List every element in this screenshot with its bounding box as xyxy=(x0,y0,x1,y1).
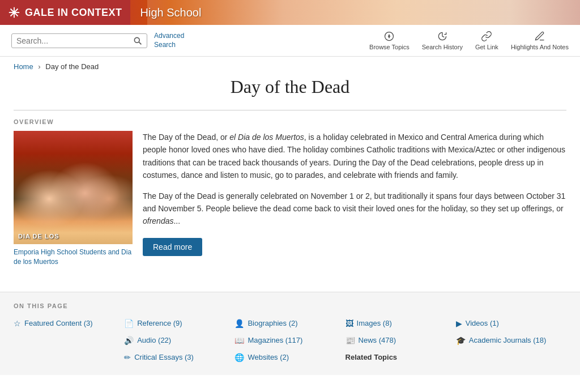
breadcrumb-current: Day of the Dead xyxy=(45,62,99,71)
audio-label: Audio (22) xyxy=(137,336,171,344)
overview-section: OVERVIEW Emporia High School Students an… xyxy=(14,110,566,267)
browse-topics-label: Browse Topics xyxy=(369,44,410,50)
grad-icon: 🎓 xyxy=(456,336,466,345)
pencil-icon xyxy=(534,31,545,42)
featured-content-item[interactable]: ☆ Featured Content (3) xyxy=(14,317,124,330)
header-banner: GALE IN CONTEXT High School xyxy=(0,0,580,25)
search-history-label: Search History xyxy=(422,44,463,50)
browse-topics-button[interactable]: Browse Topics xyxy=(369,31,410,50)
breadcrumb-home[interactable]: Home xyxy=(14,62,33,71)
related-topics-item[interactable]: Related Topics xyxy=(346,351,456,364)
play-icon: ▶ xyxy=(456,319,462,328)
overview-label: OVERVIEW xyxy=(14,118,566,125)
reference-label: Reference (9) xyxy=(137,319,182,327)
compass-icon xyxy=(383,31,395,42)
person-icon: 👤 xyxy=(234,319,244,328)
biographies-label: Biographies (2) xyxy=(248,319,297,327)
images-item[interactable]: 🖼 Images (8) xyxy=(346,317,456,330)
academic-journals-label: Academic Journals (18) xyxy=(469,336,547,344)
overview-body: Emporia High School Students and Dia de … xyxy=(14,131,566,267)
images-label: Images (8) xyxy=(357,319,392,327)
get-link-button[interactable]: Get Link xyxy=(475,31,498,50)
page-title: Day of the Dead xyxy=(14,76,566,97)
critical-essays-item[interactable]: ✏ Critical Essays (3) xyxy=(124,351,234,364)
doc-icon: 📄 xyxy=(124,319,134,328)
audio-icon: 🔊 xyxy=(124,336,134,345)
overview-paragraph-1: The Day of the Dead, or el Dia de los Mu… xyxy=(143,131,566,182)
breadcrumb-separator: › xyxy=(38,62,40,71)
advanced-search-link[interactable]: AdvancedSearch xyxy=(154,32,184,49)
featured-content-label: Featured Content (3) xyxy=(24,319,93,327)
overview-image[interactable] xyxy=(14,131,133,244)
audio-item[interactable]: 🔊 Audio (22) xyxy=(124,334,234,347)
news-label: News (478) xyxy=(359,336,396,344)
svg-line-6 xyxy=(139,42,141,44)
search-input[interactable] xyxy=(16,36,133,45)
videos-label: Videos (1) xyxy=(466,319,499,327)
search-icon xyxy=(133,36,142,45)
search-bar-row: AdvancedSearch Browse Topics Search Hist… xyxy=(0,25,580,57)
star-icon: ☆ xyxy=(14,319,21,328)
globe-icon: 🌐 xyxy=(234,353,244,362)
biographies-item[interactable]: 👤 Biographies (2) xyxy=(234,317,345,330)
news-item[interactable]: 📰 News (478) xyxy=(346,334,456,347)
breadcrumb: Home › Day of the Dead xyxy=(0,57,580,76)
related-topics-label: Related Topics xyxy=(346,353,398,361)
overview-text-col: The Day of the Dead, or el Dia de los Mu… xyxy=(143,131,566,267)
videos-item[interactable]: ▶ Videos (1) xyxy=(456,317,566,330)
link-icon xyxy=(481,31,492,42)
on-this-page-grid: ☆ Featured Content (3) 📄 Reference (9) 👤… xyxy=(14,317,566,364)
magazines-item[interactable]: 📖 Magazines (117) xyxy=(234,334,345,347)
logo-text: GALE IN CONTEXT xyxy=(25,7,122,19)
highlights-notes-label: Highlights And Notes xyxy=(511,44,569,50)
header-actions: Browse Topics Search History Get Link xyxy=(369,31,569,50)
pencil2-icon: ✏ xyxy=(124,353,131,362)
overview-paragraph-2: The Day of the Dead is generally celebra… xyxy=(143,190,566,228)
critical-essays-label: Critical Essays (3) xyxy=(134,353,194,361)
on-this-page-label: ON THIS PAGE xyxy=(14,302,566,309)
svg-point-9 xyxy=(389,36,390,37)
websites-item[interactable]: 🌐 Websites (2) xyxy=(234,351,345,364)
news-icon: 📰 xyxy=(346,336,355,345)
on-this-page-section: ON THIS PAGE ☆ Featured Content (3) 📄 Re… xyxy=(0,292,580,375)
history-icon xyxy=(437,31,448,42)
svg-point-5 xyxy=(134,37,139,42)
magazines-label: Magazines (117) xyxy=(248,336,302,344)
image-icon: 🖼 xyxy=(346,319,353,328)
header-title: High School xyxy=(140,6,202,19)
websites-label: Websites (2) xyxy=(248,353,289,361)
overview-image-col: Emporia High School Students and Dia de … xyxy=(14,131,133,267)
search-input-wrap[interactable] xyxy=(11,33,147,48)
ofrendas-italic: ofrendas xyxy=(143,216,173,225)
search-left: AdvancedSearch xyxy=(11,32,184,49)
empty-col3 xyxy=(456,351,566,364)
search-history-button[interactable]: Search History xyxy=(422,31,463,50)
academic-journals-item[interactable]: 🎓 Academic Journals (18) xyxy=(456,334,566,347)
italic-phrase: el Dia de los Muertos xyxy=(229,133,304,142)
reference-item[interactable]: 📄 Reference (9) xyxy=(124,317,234,330)
empty-col2 xyxy=(14,351,124,364)
gale-logo-icon xyxy=(8,6,20,19)
book-icon: 📖 xyxy=(234,336,244,345)
empty-col1 xyxy=(14,334,124,347)
highlights-notes-button[interactable]: Highlights And Notes xyxy=(511,31,569,50)
header-logo[interactable]: GALE IN CONTEXT xyxy=(0,0,130,25)
main-content: Day of the Dead OVERVIEW Emporia High Sc… xyxy=(0,76,580,278)
read-more-button[interactable]: Read more xyxy=(143,238,202,256)
get-link-label: Get Link xyxy=(475,44,498,50)
image-caption[interactable]: Emporia High School Students and Dia de … xyxy=(14,248,133,267)
